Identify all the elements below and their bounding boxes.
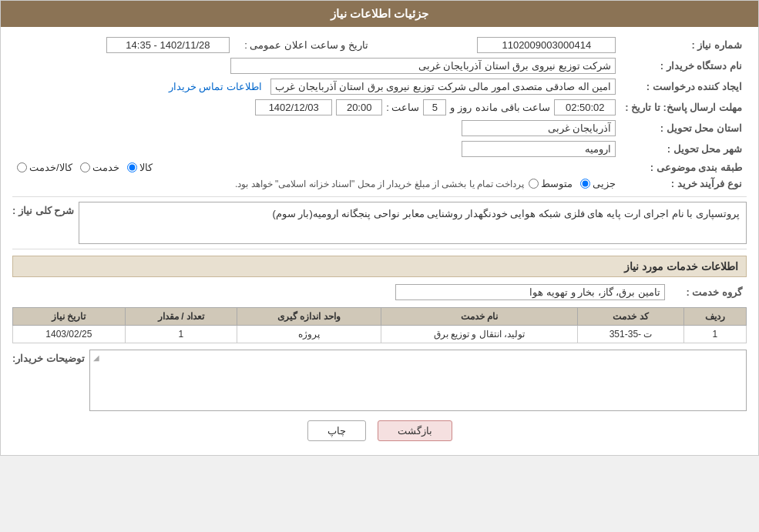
service-group-value-cell: تامین برق، گاز، بخار و تهویه هوا (12, 282, 670, 303)
print-button[interactable]: چاپ (307, 420, 366, 441)
description-text: پروتسپاری با نام اجرای ارت پایه های فلزی… (79, 202, 747, 244)
services-table: ردیفکد خدمتنام خدمتواحد اندازه گیریتعداد… (12, 307, 747, 343)
date-row: مهلت ارسال پاسخ: تا تاریخ : 02:50:02 ساع… (12, 97, 747, 118)
col-header-3: واحد اندازه گیری (237, 308, 381, 326)
need-number-display: 1102009003000414 (477, 37, 616, 53)
category-option-3[interactable]: کالا/خدمت (17, 162, 72, 173)
service-group-row: گروه خدمت : تامین برق، گاز، بخار و تهویه… (12, 282, 747, 303)
need-number-label: شماره نیاز : (620, 35, 747, 55)
need-number-row: شماره نیاز : 1102009003000414 تاریخ و سا… (12, 35, 747, 55)
province-row: استان محل تحویل : آذربایجان غربی (12, 118, 747, 139)
date-value: 1402/12/03 (255, 99, 332, 115)
category-label-3: کالا/خدمت (29, 162, 72, 173)
page-header: جزئیات اطلاعات نیاز (1, 1, 758, 27)
cell-name: تولید، انتقال و توزیع برق (381, 326, 578, 343)
province-display: آذربایجان غربی (462, 120, 616, 136)
process-radio-group: متوسط جزیی (529, 178, 616, 189)
city-row: شهر محل تحویل : ارومیه (12, 139, 747, 159)
col-header-5: تاریخ نیاز (13, 308, 126, 326)
services-table-header: ردیفکد خدمتنام خدمتواحد اندازه گیریتعداد… (13, 308, 747, 326)
date-label: مهلت ارسال پاسخ: تا تاریخ : (620, 97, 747, 118)
buyer-org-value: شرکت توزیع نیروی برق استان آذربایجان غرب… (12, 55, 620, 76)
category-row: طبقه بندی موضوعی : کالا/خدمت خدمت کالا (12, 159, 747, 176)
creator-link[interactable]: اطلاعات تماس خریدار (169, 81, 262, 92)
need-number-value: 1102009003000414 (373, 35, 620, 55)
content-area: شماره نیاز : 1102009003000414 تاریخ و سا… (1, 27, 758, 455)
category-radio-3[interactable] (17, 162, 27, 172)
buyer-org-row: نام دستگاه خریدار : شرکت توزیع نیروی برق… (12, 55, 747, 76)
process-option-2[interactable]: متوسط (529, 178, 573, 189)
col-header-0: ردیف (683, 308, 746, 326)
creator-value-cell: امین اله صادقی متصدی امور مالی شرکت توزی… (12, 76, 620, 97)
col-header-4: تعداد / مقدار (125, 308, 237, 326)
province-label: استان محل تحویل : (620, 118, 747, 139)
category-label-1: کالا (139, 162, 153, 173)
category-label: طبقه بندی موضوعی : (620, 159, 747, 176)
creator-display: امین اله صادقی متصدی امور مالی شرکت توزی… (270, 79, 616, 95)
day-value: 5 (423, 99, 446, 115)
time-value: 20:00 (336, 99, 382, 115)
col-header-1: کد خدمت (578, 308, 683, 326)
service-group-display: تامین برق، گاز، بخار و تهویه هوا (395, 284, 665, 300)
remaining-label: ساعت باقی مانده (475, 102, 550, 113)
category-label-2: خدمت (92, 162, 119, 173)
back-button[interactable]: بازگشت (378, 420, 452, 441)
buyer-notes-resize-icon: ◢ (93, 353, 743, 362)
cell-quantity: 1 (125, 326, 237, 343)
creator-label: ایجاد کننده درخواست : (620, 76, 747, 97)
buyer-org-label: نام دستگاه خریدار : (620, 55, 747, 76)
city-value-cell: ارومیه (12, 139, 620, 159)
buyer-notes-label: توضیحات خریدار: (12, 350, 85, 364)
process-value-cell: متوسط جزیی پرداخت تمام یا بخشی از مبلغ خ… (12, 176, 620, 192)
announce-value: 1402/11/28 - 14:35 (106, 37, 230, 53)
buyer-notes-section: ◢ توضیحات خریدار: (12, 350, 747, 411)
page-wrapper: جزئیات اطلاعات نیاز شماره نیاز : 1102009… (0, 0, 759, 456)
creator-row: ایجاد کننده درخواست : امین اله صادقی متص… (12, 76, 747, 97)
buyer-org-display: شرکت توزیع نیروی برق استان آذربایجان غرب… (230, 58, 616, 74)
process-radio-1[interactable] (580, 179, 590, 189)
page-title: جزئیات اطلاعات نیاز (331, 7, 428, 20)
divider-1 (12, 196, 747, 197)
cell-unit: پروژه (237, 326, 381, 343)
category-option-2[interactable]: خدمت (80, 162, 119, 173)
category-value-cell: کالا/خدمت خدمت کالا (12, 159, 620, 176)
process-label: نوع فرآیند خرید : (620, 176, 747, 192)
cell-row: 1 (683, 326, 746, 343)
city-display: ارومیه (462, 141, 616, 157)
process-note: پرداخت تمام یا بخشی از مبلغ خریدار از مح… (235, 179, 524, 189)
info-table: شماره نیاز : 1102009003000414 تاریخ و سا… (12, 35, 747, 192)
city-label: شهر محل تحویل : (620, 139, 747, 159)
cell-date: 1403/02/25 (13, 326, 126, 343)
province-value-cell: آذربایجان غربی (12, 118, 620, 139)
cell-code: ت -35-351 (578, 326, 683, 343)
process-label-1: جزیی (593, 178, 616, 189)
services-header-row: ردیفکد خدمتنام خدمتواحد اندازه گیریتعداد… (13, 308, 747, 326)
services-section-title: اطلاعات خدمات مورد نیاز (12, 256, 747, 277)
table-row: 1ت -35-351تولید، انتقال و توزیع برقپروژه… (13, 326, 747, 343)
process-row: نوع فرآیند خرید : متوسط جزیی (12, 176, 747, 192)
service-group-table: گروه خدمت : تامین برق، گاز، بخار و تهویه… (12, 282, 747, 303)
category-radio-1[interactable] (127, 162, 137, 172)
category-radio-group: کالا/خدمت خدمت کالا (17, 162, 616, 173)
services-table-body: 1ت -35-351تولید، انتقال و توزیع برقپروژه… (13, 326, 747, 343)
category-radio-2[interactable] (80, 162, 90, 172)
category-option-1[interactable]: کالا (127, 162, 153, 173)
description-section: پروتسپاری با نام اجرای ارت پایه های فلزی… (12, 202, 747, 244)
buttons-row: بازگشت چاپ (12, 420, 747, 441)
process-label-2: متوسط (541, 178, 573, 189)
description-label: شرح کلی نیاز : (12, 202, 74, 216)
col-header-2: نام خدمت (381, 308, 578, 326)
process-option-1[interactable]: جزیی (580, 178, 616, 189)
date-value-cell: 02:50:02 ساعت باقی مانده روز و 5 ساعت : … (12, 97, 620, 118)
announce-label: تاریخ و ساعت اعلان عمومی : (234, 35, 373, 55)
remaining-display: 02:50:02 (554, 99, 616, 115)
time-label: ساعت : (386, 102, 419, 113)
service-group-label: گروه خدمت : (670, 282, 747, 303)
divider-2 (12, 249, 747, 249)
buyer-notes-box[interactable]: ◢ (89, 350, 747, 411)
announce-value-cell: 1402/11/28 - 14:35 (12, 35, 234, 55)
day-label: روز و (450, 102, 472, 113)
process-radio-2[interactable] (529, 179, 539, 189)
